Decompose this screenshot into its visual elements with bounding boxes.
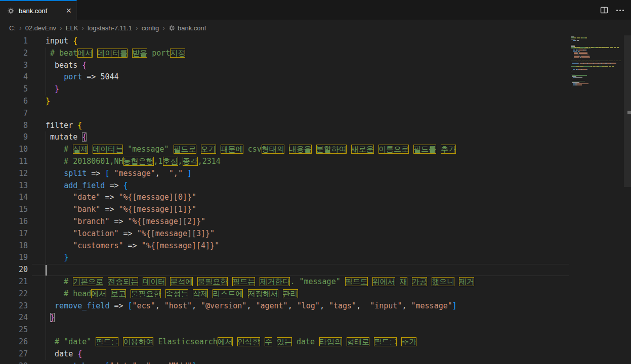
line-number: 9 <box>0 131 34 144</box>
line-number: 14 <box>0 192 34 204</box>
line-number: 24 <box>0 312 34 324</box>
code-line[interactable]: "branch" => "%{[message][2]}" <box>46 216 572 228</box>
code-line[interactable]: remove_field => ["ecs", "host", "@versio… <box>46 300 572 312</box>
line-number: 21 <box>0 276 34 288</box>
line-number: 26 <box>0 336 34 348</box>
code-line[interactable] <box>46 324 572 336</box>
line-number: 16 <box>0 216 34 228</box>
code-line[interactable]: # head에서 보고 불필요한 속성들 삭제 리스트에 저장해서 관리 <box>46 288 572 300</box>
code-line[interactable]: # beat에서 데이터를 받을 port지정 <box>46 48 572 60</box>
overview-ruler-cursor-marker <box>627 111 631 114</box>
tab-label: bank.conf <box>19 7 47 15</box>
code-line[interactable]: "location" => "%{[message][3]}" <box>46 228 572 240</box>
line-number: 8 <box>0 120 34 132</box>
chevron-right-icon: › <box>19 24 22 32</box>
line-number: 3 <box>0 60 34 72</box>
code-line[interactable]: } <box>46 312 572 324</box>
code-line[interactable]: mutate { <box>46 131 572 144</box>
editor-gutter: 1234567891011121314151617181920212223242… <box>0 35 34 364</box>
line-number: 17 <box>0 228 34 240</box>
line-number: 23 <box>0 300 34 312</box>
line-number: 2 <box>0 48 34 60</box>
chevron-right-icon: › <box>162 24 165 32</box>
code-line[interactable]: date { <box>46 348 572 360</box>
line-number: 11 <box>0 156 34 168</box>
breadcrumb-item-file[interactable]: bank.conf <box>178 24 206 32</box>
code-line[interactable]: input { <box>46 35 572 48</box>
code-line[interactable]: } <box>46 252 572 264</box>
chevron-right-icon: › <box>81 24 84 32</box>
breadcrumb-item-config[interactable]: config <box>142 24 159 32</box>
code-line[interactable]: } <box>46 96 572 108</box>
code-line[interactable]: # 기본으로 전송되는 데이터 분석에 불필요한 필드는 제거한다. "mess… <box>46 276 572 288</box>
line-number: 13 <box>0 180 34 192</box>
breadcrumb-item-elk[interactable]: ELK <box>66 24 78 32</box>
line-number: 1 <box>0 35 34 48</box>
line-number: 19 <box>0 252 34 264</box>
line-number: 6 <box>0 96 34 108</box>
chevron-right-icon: › <box>136 24 138 32</box>
line-number: 12 <box>0 168 34 180</box>
breadcrumb-item-logstash[interactable]: logstash-7.11.1 <box>88 24 132 32</box>
tab-bar: bank.conf × <box>0 0 631 20</box>
line-number: 18 <box>0 240 34 252</box>
line-number: 22 <box>0 288 34 300</box>
code-line[interactable]: "date" => "%{[message][0]}" <box>46 192 572 204</box>
line-number: 7 <box>0 108 34 120</box>
code-line[interactable]: # 20180601,NH농협은행,1호점,종각,2314 <box>46 156 572 168</box>
code-line[interactable]: add_field => { <box>46 180 572 192</box>
split-editor-icon[interactable] <box>600 6 608 14</box>
code-line[interactable]: beats { <box>46 60 572 72</box>
code-line[interactable]: # "date" 필드를 이용하여 Elasticsearch에서 인식할 수 … <box>46 336 572 348</box>
minimap-row <box>571 87 623 88</box>
more-actions-icon[interactable] <box>616 10 624 11</box>
breadcrumb-item-drive[interactable]: C: <box>9 24 16 32</box>
code-line[interactable]: "customers" => "%{[message][4]}" <box>46 240 572 252</box>
code-line[interactable]: match => ["date", "yyyyMMdd"] <box>46 360 572 364</box>
line-number: 20 <box>0 264 34 276</box>
code-line[interactable] <box>46 108 572 120</box>
code-line[interactable]: } <box>46 83 572 96</box>
gear-icon <box>169 25 175 31</box>
breadcrumb-item-devenv[interactable]: 02.devEnv <box>25 24 56 32</box>
line-number: 10 <box>0 144 34 156</box>
line-number: 5 <box>0 83 34 96</box>
line-number: 27 <box>0 348 34 360</box>
breadcrumb: C: › 02.devEnv › ELK › logstash-7.11.1 ›… <box>0 20 631 35</box>
code-line[interactable]: # 실제 데이터는 "message" 필드로 오기 때문에 csv형태의 내용… <box>46 144 572 156</box>
line-number: 28 <box>0 360 34 364</box>
code-line[interactable]: filter { <box>46 120 572 132</box>
close-icon[interactable]: × <box>66 7 71 15</box>
minimap[interactable] <box>571 36 623 88</box>
code-line[interactable] <box>46 264 572 276</box>
code-line[interactable]: split => [ "message", "," ] <box>46 168 572 180</box>
chevron-right-icon: › <box>60 24 62 32</box>
tab-bank-conf[interactable]: bank.conf × <box>0 0 77 20</box>
line-number: 4 <box>0 71 34 83</box>
vscode-window: bank.conf × C: › 02.devEnv › ELK › logst… <box>0 0 631 364</box>
line-number: 15 <box>0 204 34 216</box>
code-line[interactable]: "bank" => "%{[message][1]}" <box>46 204 572 216</box>
code-editor[interactable]: input { # beat에서 데이터를 받을 port지정 beats { … <box>46 35 572 364</box>
code-line[interactable]: port => 5044 <box>46 71 572 83</box>
gear-icon <box>7 7 15 15</box>
line-number: 25 <box>0 324 34 336</box>
